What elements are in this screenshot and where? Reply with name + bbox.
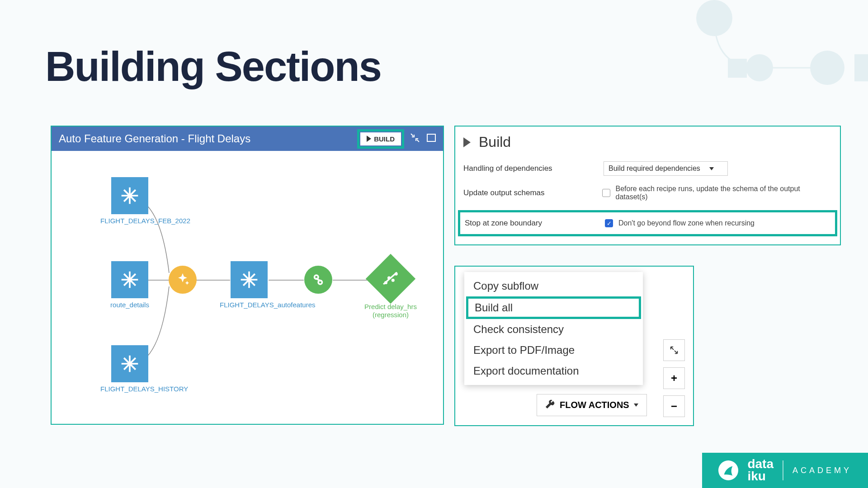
zoom-out-button[interactable]: − bbox=[663, 395, 685, 417]
flow-actions-panel: Copy subflow Build all Check consistency… bbox=[454, 266, 694, 426]
chevron-down-icon bbox=[709, 167, 714, 170]
cfg-row-update-schemas: Update output schemas Before each recipe… bbox=[463, 185, 832, 201]
dataset-feb22[interactable]: FLIGHT_DELAYS_FEB_2022 bbox=[100, 177, 159, 225]
build-heading-label: Build bbox=[479, 134, 511, 150]
flow-actions-label: FLOW ACTIONS bbox=[560, 400, 629, 410]
stop-zone-checkbox[interactable]: ✓ bbox=[605, 219, 613, 227]
menu-export-pdf[interactable]: Export to PDF/Image bbox=[464, 340, 643, 361]
dataiku-logo-icon bbox=[718, 460, 738, 480]
cfg-label-deps: Handling of dependencies bbox=[463, 164, 604, 173]
flow-actions-menu: Copy subflow Build all Check consistency… bbox=[464, 272, 643, 385]
chevron-down-icon bbox=[634, 404, 638, 407]
build-heading: Build bbox=[463, 134, 832, 150]
svg-point-0 bbox=[696, 0, 732, 36]
zoom-controls: + − bbox=[663, 339, 685, 417]
brand-sub: ACADEMY bbox=[793, 466, 852, 475]
svg-point-3 bbox=[810, 51, 844, 85]
menu-export-doc[interactable]: Export documentation bbox=[464, 361, 643, 381]
dataset-autofeat-label: FLIGHT_DELAYS_autofeatures bbox=[220, 301, 278, 309]
update-schemas-hint: Before each recipe runs, update the sche… bbox=[616, 185, 832, 201]
build-button-highlight: BUILD bbox=[357, 129, 404, 149]
build-button-label: BUILD bbox=[374, 135, 395, 143]
minimize-icon[interactable] bbox=[410, 133, 420, 145]
dataset-route[interactable]: route_details bbox=[100, 261, 159, 309]
cfg-label-stop: Stop at zone boundary bbox=[465, 219, 605, 228]
build-button[interactable]: BUILD bbox=[360, 132, 401, 145]
flow-title: Auto Feature Generation - Flight Delays bbox=[59, 132, 250, 145]
cfg-row-stop-zone: Stop at zone boundary ✓ Don't go beyond … bbox=[458, 210, 837, 236]
cfg-label-update: Update output schemas bbox=[463, 188, 602, 197]
brand-name-bot: iku bbox=[747, 470, 774, 483]
play-icon bbox=[367, 136, 371, 142]
stop-zone-hint: Don't go beyond flow zone when recursing bbox=[618, 219, 755, 227]
svg-rect-6 bbox=[427, 134, 435, 141]
model-predict-label: Predict delay_hrs (regression) bbox=[359, 303, 422, 319]
dataset-history-label: FLIGHT_DELAYS_HISTORY bbox=[100, 385, 159, 393]
cfg-row-dependencies: Handling of dependencies Build required … bbox=[463, 161, 832, 176]
dataset-feb22-label: FLIGHT_DELAYS_FEB_2022 bbox=[100, 217, 159, 225]
menu-check-consistency[interactable]: Check consistency bbox=[464, 319, 643, 340]
dependencies-select[interactable]: Build required dependencies bbox=[604, 161, 728, 176]
brand-divider bbox=[783, 460, 783, 480]
model-predict[interactable]: Predict delay_hrs (regression) bbox=[359, 255, 422, 319]
dependencies-select-value: Build required dependencies bbox=[609, 164, 700, 173]
wrench-icon bbox=[545, 399, 555, 411]
window-icon[interactable] bbox=[427, 134, 436, 144]
build-config-panel: Build Handling of dependencies Build req… bbox=[454, 126, 841, 245]
dataset-autofeat[interactable]: FLIGHT_DELAYS_autofeatures bbox=[220, 261, 278, 309]
flow-canvas[interactable]: FLIGHT_DELAYS_FEB_2022 route_details FLI… bbox=[52, 151, 443, 424]
play-icon bbox=[463, 137, 471, 147]
svg-point-13 bbox=[392, 279, 395, 282]
flow-panel: Auto Feature Generation - Flight Delays … bbox=[51, 126, 444, 425]
page-title: Building Sections bbox=[45, 43, 381, 90]
menu-build-all[interactable]: Build all bbox=[466, 296, 641, 319]
recipe-autofeat[interactable] bbox=[167, 266, 198, 294]
brand-name-top: data bbox=[747, 458, 774, 470]
expand-button[interactable] bbox=[663, 339, 685, 361]
svg-rect-2 bbox=[728, 59, 747, 78]
svg-rect-5 bbox=[854, 54, 868, 81]
flow-actions-button[interactable]: FLOW ACTIONS bbox=[537, 394, 647, 416]
zoom-in-button[interactable]: + bbox=[663, 367, 685, 389]
dataset-history[interactable]: FLIGHT_DELAYS_HISTORY bbox=[100, 345, 159, 393]
menu-copy-subflow[interactable]: Copy subflow bbox=[464, 276, 643, 296]
brand-name: data iku bbox=[747, 458, 774, 482]
brand-footer: data iku ACADEMY bbox=[702, 453, 868, 488]
dataset-route-label: route_details bbox=[100, 301, 159, 309]
recipe-ml[interactable] bbox=[302, 266, 334, 294]
flow-header: Auto Feature Generation - Flight Delays … bbox=[52, 127, 443, 151]
update-schemas-checkbox[interactable] bbox=[602, 189, 610, 197]
decorative-background bbox=[597, 0, 868, 99]
svg-point-1 bbox=[746, 54, 773, 81]
